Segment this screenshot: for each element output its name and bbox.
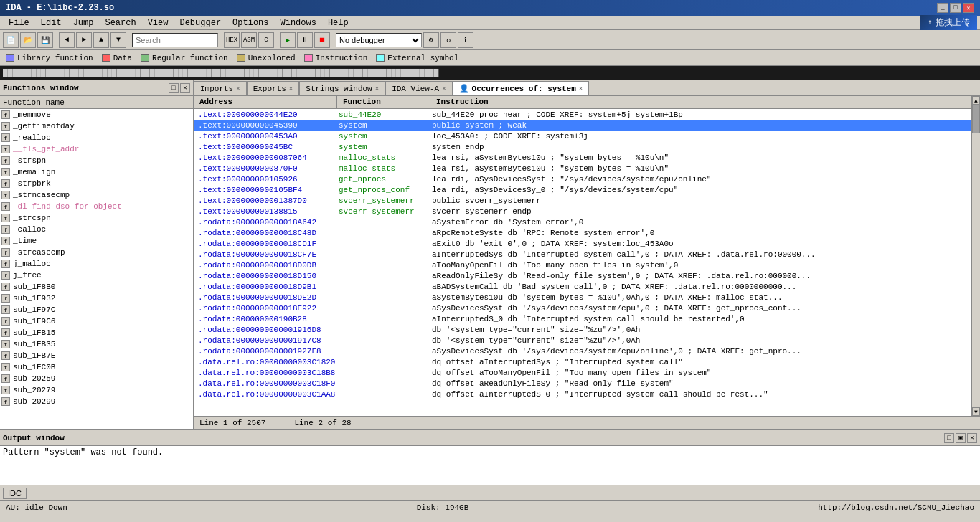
disasm-row[interactable]: .text:000000000105926get_nprocslea rdi, … — [194, 174, 971, 184]
search-input[interactable] — [132, 33, 218, 47]
stop-btn[interactable]: ⏹ — [314, 32, 330, 48]
open-btn[interactable]: 📂 — [20, 32, 36, 48]
function-list-item[interactable]: f_strcspn — [0, 212, 193, 224]
idc-btn[interactable]: IDC — [3, 488, 27, 499]
forward-btn[interactable]: ► — [76, 32, 92, 48]
save-btn[interactable]: 💾 — [37, 32, 53, 48]
close-btn[interactable]: ✕ — [963, 3, 974, 13]
function-list-item[interactable]: f_dl_find_dso_for_object — [0, 201, 193, 212]
disasm-row[interactable]: .text:000000000045BCsystemsystem endp — [194, 141, 971, 152]
disasm-row[interactable]: .text:000000000138815svcerr_systemerrsvc… — [194, 206, 971, 217]
scroll-down-btn[interactable]: ▼ — [972, 407, 980, 416]
refresh-btn[interactable]: ↻ — [440, 32, 456, 48]
disasm-row[interactable]: .rodata:0000000000018CD1FaExit0 db 'exit… — [194, 238, 971, 249]
disasm-row[interactable]: .rodata:0000000000001927F8aSysDevicesSys… — [194, 346, 971, 356]
function-list-item[interactable]: f_strncasecmp — [0, 189, 193, 201]
function-list-item[interactable]: fj_malloc — [0, 258, 193, 270]
panel-restore-btn[interactable]: □ — [169, 83, 179, 93]
disasm-row[interactable]: .text:000000000044E20sub_44E20sub_44E20 … — [194, 109, 971, 120]
function-list-item[interactable]: f_calloc — [0, 224, 193, 235]
function-list-item[interactable]: fsub_20259 — [0, 373, 193, 384]
output-restore-btn[interactable]: □ — [944, 433, 954, 443]
function-list-item[interactable]: f_strpbrk — [0, 178, 193, 189]
tab-strings-close[interactable]: ✕ — [375, 85, 379, 92]
disasm-content[interactable]: .text:000000000044E20sub_44E20sub_44E20 … — [194, 109, 971, 416]
c-btn[interactable]: C — [258, 32, 274, 48]
menu-edit[interactable]: Edit — [35, 16, 67, 29]
function-list-item[interactable]: fj_free — [0, 270, 193, 281]
hex-btn[interactable]: HEX — [224, 32, 240, 48]
menu-view[interactable]: View — [142, 16, 174, 29]
new-btn[interactable]: 📄 — [3, 32, 19, 48]
up-btn[interactable]: ▲ — [93, 32, 109, 48]
function-list-item[interactable]: fsub_1F9C6 — [0, 315, 193, 327]
function-list-item[interactable]: fsub_20279 — [0, 384, 193, 396]
debug-settings-btn[interactable]: ⚙ — [423, 32, 439, 48]
upload-btn[interactable]: ⬆ 拖拽上传 — [920, 15, 977, 30]
disasm-row[interactable]: .text:0000000000453A0systemloc_453A0: ; … — [194, 130, 971, 141]
tab-occurrences-close[interactable]: ✕ — [579, 85, 583, 92]
disasm-row[interactable]: .text:0000000000870F0malloc_statslea rsi… — [194, 163, 971, 174]
tab-imports[interactable]: Imports ✕ — [194, 81, 247, 95]
function-list-item[interactable]: fsub_20299 — [0, 396, 193, 407]
debugger-select[interactable]: No debugger — [336, 33, 422, 47]
disasm-row[interactable]: .data.rel.ro:00000000003C18B8dq offset a… — [194, 367, 971, 378]
function-list-item[interactable]: fsub_1F932 — [0, 293, 193, 304]
disasm-row[interactable]: .rodata:0000000000018E922aSysDevicesSyst… — [194, 303, 971, 313]
disasm-row[interactable]: .data.rel.ro:00000000003C1820dq offset a… — [194, 356, 971, 367]
disasm-row[interactable]: .rodata:0000000000001916D8 db '<system t… — [194, 324, 971, 335]
disasm-row[interactable]: .data.rel.ro:00000000003C18F0dq offset a… — [194, 378, 971, 389]
menu-windows[interactable]: Windows — [275, 16, 322, 29]
function-list-item[interactable]: f_time — [0, 235, 193, 247]
menu-file[interactable]: File — [3, 16, 35, 29]
output-max-btn[interactable]: ▣ — [956, 433, 966, 443]
disasm-row[interactable]: .rodata:0000000000001917C8 db '<system t… — [194, 335, 971, 346]
disasm-row[interactable]: .text:000000000045390systempublic system… — [194, 120, 971, 130]
function-list-item[interactable]: fsub_1FB35 — [0, 338, 193, 350]
disasm-row[interactable]: .rodata:0000000000018D9B1aBADSystemCall … — [194, 281, 971, 292]
function-list-item[interactable]: f_memalign — [0, 166, 193, 178]
function-list-item[interactable]: f__tls_get_addr — [0, 143, 193, 155]
scroll-up-btn[interactable]: ▲ — [972, 96, 980, 105]
minimize-btn[interactable]: _ — [937, 3, 948, 13]
function-list-item[interactable]: fsub_1FC0B — [0, 361, 193, 373]
function-list-item[interactable]: fsub_1FB7E — [0, 350, 193, 361]
menu-debugger[interactable]: Debugger — [174, 16, 227, 29]
down-btn[interactable]: ▼ — [110, 32, 126, 48]
functions-list[interactable]: f_memmovef_gettimeofdayf_reallocf__tls_g… — [0, 109, 193, 429]
disasm-row[interactable]: .data.rel.ro:00000000003C1AA8dq offset a… — [194, 389, 971, 399]
menu-search[interactable]: Search — [99, 16, 141, 29]
function-list-item[interactable]: f_gettimeofday — [0, 120, 193, 132]
pause-btn[interactable]: ⏸ — [297, 32, 313, 48]
disasm-row[interactable]: .rodata:000000000190B28aInterruptedS_0 d… — [194, 313, 971, 324]
maximize-btn[interactable]: □ — [950, 3, 961, 13]
function-list-item[interactable]: fsub_1F8B0 — [0, 281, 193, 293]
function-list-item[interactable]: fsub_1FB15 — [0, 327, 193, 338]
tab-exports[interactable]: Exports ✕ — [247, 81, 300, 95]
function-list-item[interactable]: f_memmove — [0, 109, 193, 120]
disasm-row[interactable]: .rodata:0000000000018D0DBaTooManyOpenFil… — [194, 260, 971, 270]
tab-imports-close[interactable]: ✕ — [236, 85, 240, 92]
disasm-row[interactable]: .text:0000000000105BF4get_nprocs_conflea… — [194, 184, 971, 195]
tab-exports-close[interactable]: ✕ — [289, 85, 293, 92]
back-btn[interactable]: ◄ — [59, 32, 75, 48]
disasm-row[interactable]: .rodata:0000000000018CF7EaInterruptedSys… — [194, 249, 971, 260]
disasm-row[interactable]: .text:00000000000087064malloc_statslea r… — [194, 152, 971, 163]
tab-ida-view-close[interactable]: ✕ — [442, 85, 446, 92]
disasm-row[interactable]: .rodata:0000000000018C48DaRpcRemoteSyste… — [194, 227, 971, 238]
function-list-item[interactable]: f_strcasecmp — [0, 247, 193, 258]
tab-occurrences[interactable]: 👤 Occurrences of: system ✕ — [453, 81, 590, 95]
asm-btn[interactable]: ASM — [241, 32, 257, 48]
disasm-scrollbar[interactable]: ▲ ▼ — [971, 96, 980, 416]
function-list-item[interactable]: f_realloc — [0, 132, 193, 143]
disasm-row[interactable]: .rodata:0000000000018A642aSystemError db… — [194, 217, 971, 227]
tab-strings[interactable]: Strings window ✕ — [299, 81, 385, 95]
disasm-row[interactable]: .rodata:0000000000018DE2DaSystemBytes10u… — [194, 292, 971, 303]
function-list-item[interactable]: fsub_1F97C — [0, 304, 193, 315]
tab-ida-view[interactable]: IDA View-A ✕ — [385, 81, 452, 95]
output-close-btn[interactable]: ✕ — [967, 433, 977, 443]
disasm-row[interactable]: .text:000000000001387D0svcerr_systemerrp… — [194, 195, 971, 206]
run-btn[interactable]: ▶ — [280, 32, 296, 48]
menu-options[interactable]: Options — [227, 16, 274, 29]
panel-close-btn[interactable]: ✕ — [180, 83, 190, 93]
